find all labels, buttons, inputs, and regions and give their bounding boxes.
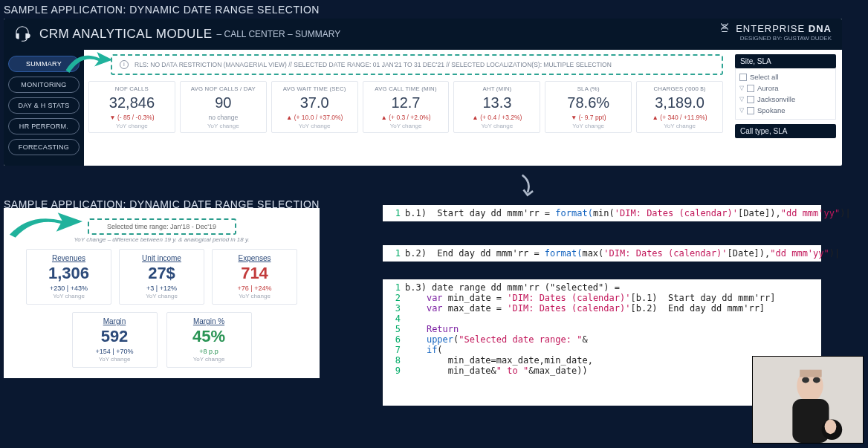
crm-title: CRM ANALYTICAL MODULE <box>39 27 213 42</box>
slicer-site-body: Select all ▽Aurora▽Jacksonville▽Spokane <box>735 68 836 120</box>
chevron-down-icon: ▽ <box>739 107 744 114</box>
kpi-yoy: YoY change <box>274 123 355 129</box>
card-yoy: YoY change <box>76 356 154 363</box>
svg-rect-2 <box>792 399 829 443</box>
card-label: Unit income <box>123 254 201 262</box>
dna-icon <box>718 22 731 35</box>
code-block-1: 1b.1) Start day dd mmm'rr = format(min('… <box>383 205 821 221</box>
checkbox-icon[interactable] <box>747 85 754 92</box>
svg-rect-5 <box>800 370 821 377</box>
kpi-card: AVG CALL TIME (MIN)12.7▲ (+ 0.3 / +2.0%)… <box>363 81 450 133</box>
nav-hr-perform-[interactable]: HR PERFORM. <box>8 118 80 134</box>
kpi-card: CHARGES ('000 $)3,189.0▲ (+ 340 / +11.9%… <box>636 81 723 133</box>
kpi-delta: ▲ (+ 0.3 / +2.0%) <box>366 114 447 121</box>
card-value: 27$ <box>123 264 201 283</box>
card-value: 45% <box>170 327 248 346</box>
card-label: Margin % <box>170 317 248 325</box>
metric-card: Revenues1,306+230 | +43%YoY change <box>26 249 111 305</box>
checkbox-icon[interactable] <box>747 107 754 114</box>
nav-forecasting[interactable]: FORECASTING <box>8 139 80 155</box>
crm-subtitle: – CALL CENTER – SUMMARY <box>217 29 341 39</box>
section-title-top: SAMPLE APPLICATION: DYNAMIC DATE RANGE S… <box>4 4 868 16</box>
kpi-value: 90 <box>183 94 264 111</box>
flow-arrow-icon <box>516 172 537 199</box>
kpi-yoy: YoY change <box>91 123 172 129</box>
checkbox-icon[interactable] <box>747 96 754 103</box>
sidebar: SUMMARYMONITORINGDAY & H STATSHR PERFORM… <box>4 50 84 166</box>
slicer-item[interactable]: ▽Jacksonville <box>739 94 832 105</box>
selected-range: Selected time range: Jan'18 - Dec'19 <box>88 218 236 235</box>
card-delta: +230 | +43% <box>30 285 108 292</box>
kpi-card: AVG NOF CALLS / DAY90no changeYoY change <box>180 81 267 133</box>
slicer-select-all[interactable]: Select all <box>739 71 832 82</box>
kpi-value: 3,189.0 <box>639 94 720 111</box>
kpi-label: SLA (%) <box>548 85 629 92</box>
cards-row-2: Margin592+154 | +70%YoY changeMargin %45… <box>13 312 311 368</box>
kpi-card: AHT (MIN)13.3▲ (+ 0.4 / +3.2%)YoY change <box>453 81 540 133</box>
kpi-delta: ▲ (+ 10.0 / +37.0%) <box>274 114 355 121</box>
kpi-delta: no change <box>183 114 264 121</box>
kpi-value: 37.0 <box>274 94 355 111</box>
kpi-yoy: YoY change <box>366 123 447 129</box>
metric-card: Unit income27$+3 | +12%YoY change <box>119 249 204 305</box>
kpi-yoy: YoY change <box>639 123 720 129</box>
card-delta: +154 | +70% <box>76 348 154 355</box>
kpi-delta: ▼ (- 85 / -0.3%) <box>91 114 172 121</box>
kpi-card: SLA (%)78.6%▼ (- 9.7 ppt)YoY change <box>545 81 632 133</box>
card-label: Revenues <box>30 254 108 262</box>
kpi-delta: ▼ (- 9.7 ppt) <box>548 114 629 121</box>
card-label: Expenses <box>216 254 294 262</box>
kpi-label: CHARGES ('000 $) <box>639 85 720 92</box>
rls-text: RLS: NO DATA RESTRICTION (MANAGERIAL VIE… <box>135 61 612 68</box>
headset-icon <box>13 25 32 44</box>
kpi-value: 12.7 <box>366 94 447 111</box>
kpi-value: 32,846 <box>91 94 172 111</box>
card-label: Margin <box>76 317 154 325</box>
crm-header: CRM ANALYTICAL MODULE – CALL CENTER – SU… <box>4 19 842 50</box>
kpi-yoy: YoY change <box>456 123 537 129</box>
card-value: 714 <box>216 264 294 283</box>
kpi-card: NOF CALLS32,846▼ (- 85 / -0.3%)YoY chang… <box>88 81 175 133</box>
card-delta: +8 p.p <box>170 348 248 355</box>
webcam-thumbnail <box>752 356 864 444</box>
svg-point-3 <box>802 377 809 383</box>
kpi-value: 13.3 <box>456 94 537 111</box>
crm-block: CRM ANALYTICAL MODULE – CALL CENTER – SU… <box>4 19 842 166</box>
kpi-delta: ▲ (+ 340 / +11.9%) <box>639 114 720 121</box>
arrow-icon <box>5 210 85 239</box>
nav-day-h-stats[interactable]: DAY & H STATS <box>8 97 80 114</box>
app2-block: Selected time range: Jan'18 - Dec'19 YoY… <box>4 208 320 378</box>
card-value: 1,306 <box>30 264 108 283</box>
slicer-item[interactable]: ▽Spokane <box>739 105 832 116</box>
kpi-value: 78.6% <box>548 94 629 111</box>
kpi-label: AVG WAIT TIME (SEC) <box>274 85 355 92</box>
kpi-row: NOF CALLS32,846▼ (- 85 / -0.3%)YoY chang… <box>88 81 723 133</box>
selected-note: YoY change – difference between 19 y. & … <box>13 236 311 243</box>
nav-monitoring[interactable]: MONITORING <box>8 77 80 93</box>
rls-bar: i RLS: NO DATA RESTRICTION (MANAGERIAL V… <box>111 54 723 75</box>
kpi-yoy: YoY change <box>183 123 264 129</box>
slicer-item[interactable]: ▽Aurora <box>739 82 832 94</box>
info-icon: i <box>120 60 129 69</box>
kpi-label: AHT (MIN) <box>456 85 537 92</box>
kpi-yoy: YoY change <box>548 123 629 129</box>
chevron-down-icon: ▽ <box>739 96 744 103</box>
card-yoy: YoY change <box>30 293 108 299</box>
nav-summary[interactable]: SUMMARY <box>8 56 80 72</box>
card-delta: +76 | +24% <box>216 285 294 292</box>
kpi-label: AVG CALL TIME (MIN) <box>366 85 447 92</box>
card-delta: +3 | +12% <box>123 285 201 292</box>
kpi-label: NOF CALLS <box>91 85 172 92</box>
metric-card: Margin %45%+8 p.pYoY change <box>166 312 252 368</box>
checkbox-icon[interactable] <box>739 74 747 81</box>
card-yoy: YoY change <box>123 293 201 299</box>
metric-card: Expenses714+76 | +24%YoY change <box>212 249 297 305</box>
kpi-label: AVG NOF CALLS / DAY <box>183 85 264 92</box>
slicer-panel: Site, SLA Select all ▽Aurora▽Jacksonvill… <box>731 50 842 166</box>
crm-main: i RLS: NO DATA RESTRICTION (MANAGERIAL V… <box>84 50 731 166</box>
svg-point-4 <box>813 377 820 383</box>
cards-row-1: Revenues1,306+230 | +43%YoY changeUnit i… <box>13 249 311 305</box>
slicer-calltype-title: Call type, SLA <box>735 124 836 138</box>
svg-point-7 <box>825 420 837 435</box>
brand: ENTERPRISE DNA DESIGNED BY: GUSTAW DUDEK <box>718 22 832 42</box>
